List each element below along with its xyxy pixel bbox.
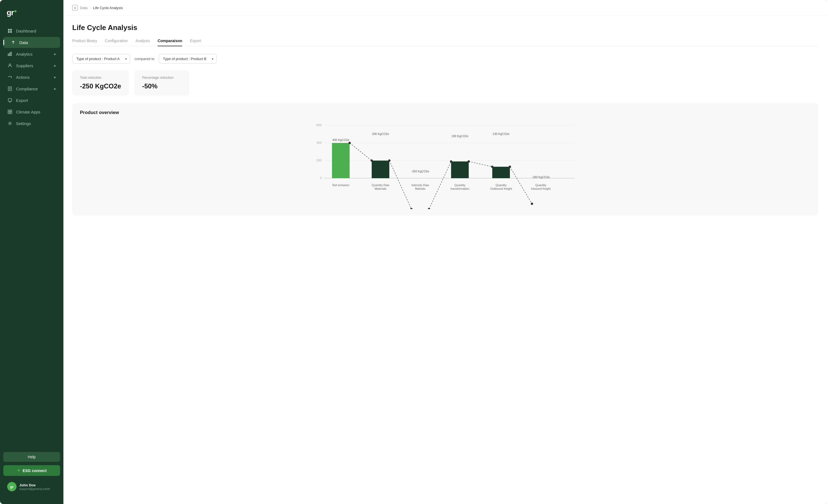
svg-text:Quantity: Quantity	[496, 183, 507, 187]
svg-text:200 KgCO2e: 200 KgCO2e	[372, 132, 389, 135]
svg-text:transformation: transformation	[450, 187, 469, 190]
tab-comparaison[interactable]: Comparaison	[158, 39, 182, 46]
svg-line-29	[349, 143, 372, 161]
svg-point-36	[388, 160, 391, 162]
kpi-card-total-reduction: Total reduction -250 KgCO2e	[72, 70, 129, 96]
svg-point-31	[371, 160, 373, 162]
nav-label-actions: Actions	[16, 75, 30, 79]
svg-point-55	[531, 203, 533, 205]
breadcrumb-current: Life Cycle Analysis	[93, 6, 123, 10]
settings-icon	[7, 121, 13, 126]
kpi-row: Total reduction -250 KgCO2e Percentage r…	[72, 70, 818, 96]
chart-area: 600 400 200 0 400 KgCO2e Ref emission	[80, 121, 811, 209]
kpi-label-total-reduction: Total reduction	[80, 76, 121, 79]
svg-text:130 KgCO2e: 130 KgCO2e	[493, 132, 510, 135]
nav-label-dashboard: Dashboard	[16, 29, 36, 33]
analytics-icon	[7, 51, 13, 57]
sidebar-item-compliance[interactable]: Compliance▶	[3, 83, 60, 94]
product-a-select[interactable]: Type of product : Product A	[72, 54, 130, 64]
kpi-value-total-reduction: -250 KgCO2e	[80, 82, 121, 90]
filter-row: Type of product : Product A compared to …	[72, 54, 818, 64]
svg-rect-1	[10, 29, 12, 31]
svg-rect-4	[8, 54, 9, 56]
sidebar: gr DashboardDataAnalytics▶Suppliers▶Acti…	[0, 0, 63, 504]
nav-label-compliance: Compliance	[16, 87, 38, 91]
product-b-select-wrap: Type of product : Product B	[159, 54, 217, 64]
sidebar-item-settings[interactable]: Settings	[3, 118, 60, 129]
svg-point-30	[348, 142, 351, 144]
sidebar-item-suppliers[interactable]: Suppliers▶	[3, 60, 60, 71]
svg-text:Quantity: Quantity	[454, 183, 465, 187]
tab-product-library[interactable]: Product library	[72, 39, 97, 46]
svg-rect-5	[9, 53, 10, 56]
nav-label-settings: Settings	[16, 121, 31, 126]
chevron-icon-analytics: ▶	[54, 52, 56, 56]
svg-point-7	[9, 64, 11, 65]
chevron-icon-actions: ▶	[54, 75, 56, 79]
sidebar-bottom: Help ✦ ESG connect gr John Doe support@g…	[0, 448, 63, 499]
svg-text:Materials: Materials	[375, 187, 387, 190]
breadcrumb: ⊞ Data / Life Cycle Analysis	[63, 0, 827, 16]
bar-outbound-freight	[492, 167, 510, 178]
svg-rect-9	[8, 99, 11, 101]
svg-text:200: 200	[316, 158, 322, 162]
svg-line-41	[429, 161, 451, 209]
svg-point-43	[450, 160, 452, 163]
user-profile: gr John Doe support@greenly.earth	[3, 479, 60, 494]
chart-card: Product overview 600 400 200 0	[72, 103, 818, 216]
data-icon	[10, 40, 16, 45]
user-name: John Doe	[19, 483, 50, 487]
svg-line-47	[469, 161, 492, 167]
svg-text:0: 0	[320, 176, 322, 179]
svg-text:Ref emission: Ref emission	[333, 183, 349, 187]
tabs-container: Product libraryConfigurationAnalysisComp…	[72, 39, 818, 46]
nav-label-analytics: Analytics	[16, 52, 33, 56]
sidebar-item-climate-apps[interactable]: Climate Apps	[3, 106, 60, 117]
svg-text:Quantity  Raw: Quantity Raw	[372, 183, 389, 187]
bar-quantity-transform	[451, 161, 469, 178]
svg-rect-6	[11, 52, 11, 56]
nav-label-export: Export	[16, 98, 28, 103]
esg-connect-button[interactable]: ✦ ESG connect	[3, 465, 60, 476]
svg-point-49	[491, 166, 493, 168]
svg-text:Inbound freight: Inbound freight	[531, 187, 550, 190]
svg-text:Outbound freight: Outbound freight	[490, 187, 512, 190]
tab-export[interactable]: Export	[190, 39, 201, 46]
user-email: support@greenly.earth	[19, 487, 50, 491]
sidebar-item-export[interactable]: Export	[3, 95, 60, 106]
breadcrumb-parent: Data	[80, 6, 87, 10]
sidebar-item-analytics[interactable]: Analytics▶	[3, 49, 60, 59]
sidebar-item-data[interactable]: Data	[3, 37, 60, 48]
page-body: Life Cycle Analysis Product libraryConfi…	[63, 16, 827, 504]
kpi-value-percentage-reduction: -50%	[142, 82, 182, 90]
esg-icon: ✦	[17, 468, 20, 473]
chart-svg: 600 400 200 0 400 KgCO2e Ref emission	[80, 121, 811, 209]
main-content: ⊞ Data / Life Cycle Analysis Life Cycle …	[63, 0, 827, 504]
chart-title: Product overview	[80, 110, 811, 115]
nav-label-climate-apps: Climate Apps	[16, 110, 40, 114]
sidebar-item-dashboard[interactable]: Dashboard	[3, 25, 60, 36]
svg-rect-13	[10, 112, 12, 114]
sidebar-nav: DashboardDataAnalytics▶Suppliers▶Actions…	[0, 25, 63, 448]
chevron-icon-compliance: ▶	[54, 87, 56, 91]
svg-text:Quantity: Quantity	[535, 183, 546, 187]
help-button[interactable]: Help	[3, 452, 60, 462]
svg-text:190 KgCO2e: 190 KgCO2e	[451, 134, 469, 138]
svg-rect-11	[10, 110, 12, 112]
tab-configuration[interactable]: Configuration	[105, 39, 128, 46]
svg-point-42	[428, 208, 430, 209]
svg-line-35	[389, 161, 411, 209]
avatar: gr	[7, 482, 16, 491]
tab-analysis[interactable]: Analysis	[136, 39, 150, 46]
sidebar-item-actions[interactable]: Actions▶	[3, 72, 60, 82]
page-title: Life Cycle Analysis	[72, 23, 818, 32]
product-b-select[interactable]: Type of product : Product B	[159, 54, 217, 64]
compared-to-label: compared to	[135, 57, 154, 61]
svg-point-48	[468, 160, 470, 163]
svg-point-37	[410, 208, 413, 209]
svg-text:-350 KgCO2e: -350 KgCO2e	[411, 170, 429, 173]
active-indicator	[3, 40, 4, 45]
svg-point-54	[508, 166, 511, 168]
svg-text:-290 KgCO2e: -290 KgCO2e	[532, 175, 550, 179]
kpi-label-percentage-reduction: Percentage reduction	[142, 76, 182, 79]
